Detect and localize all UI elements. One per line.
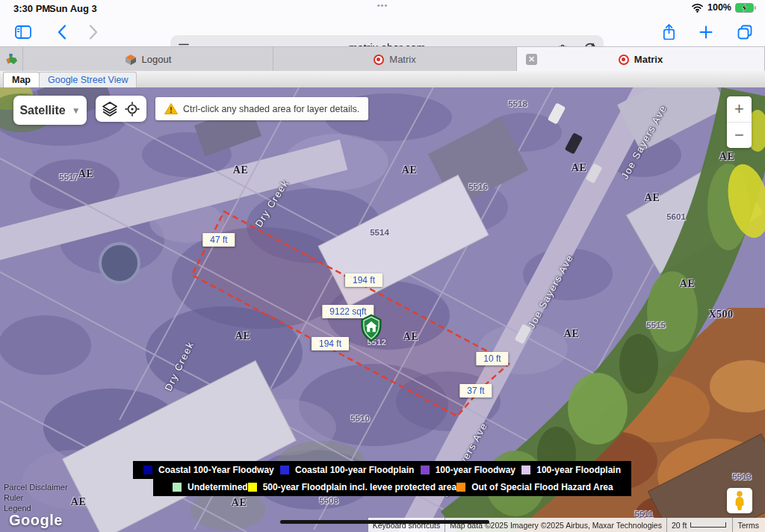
- cube-icon: [125, 54, 137, 66]
- parcel-disclaimer-link[interactable]: Parcel Disclaimer: [4, 483, 68, 492]
- tab-logout[interactable]: Logout: [23, 47, 273, 72]
- map-scale: 20 ft: [672, 521, 728, 530]
- notice-text: Ctrl-click any shaded area for layer det…: [183, 104, 359, 114]
- legend-swatch: [421, 466, 430, 474]
- legend-swatch: [456, 483, 465, 492]
- tab-strip: Logout Matrix ✕ Matrix: [0, 46, 765, 72]
- street-view-pegman-button[interactable]: [727, 488, 752, 513]
- terms-link[interactable]: Terms: [737, 521, 765, 530]
- battery-icon: [735, 3, 756, 13]
- legend-label: Undetermined: [188, 482, 248, 492]
- crosshair-icon: [124, 101, 140, 117]
- warning-icon: [164, 102, 178, 115]
- chevron-down-icon: ▼: [72, 105, 81, 116]
- scale-label: 20 ft: [672, 521, 687, 530]
- horizontal-scrollbar[interactable]: [280, 520, 489, 524]
- zoom-control: + −: [727, 96, 752, 148]
- property-marker[interactable]: [359, 314, 383, 345]
- status-right-cluster: 100%: [691, 2, 756, 13]
- google-logo[interactable]: Google: [9, 512, 63, 529]
- legend-label: Coastal 100-year Floodplain: [295, 465, 414, 475]
- legend-swatch: [143, 466, 152, 474]
- map-type-label: Satellite: [19, 104, 65, 117]
- divider: [732, 518, 733, 532]
- legend-swatch: [173, 483, 182, 492]
- legend-item: Out of Special Flood Hazard Area: [456, 482, 613, 492]
- share-button[interactable]: [659, 22, 678, 42]
- ruler-link[interactable]: Ruler: [4, 493, 23, 502]
- flood-legend: Coastal 100-Year FloodwayCoastal 100-yea…: [133, 461, 631, 496]
- battery-percent: 100%: [707, 2, 731, 13]
- sidebar-button[interactable]: [13, 22, 33, 42]
- layers-icon: [102, 101, 118, 117]
- map-canvas[interactable]: Joe Sayers AveJoe Sayers AveJoe Sayers A…: [0, 87, 765, 532]
- legend-swatch: [248, 483, 257, 492]
- forward-button[interactable]: [84, 22, 103, 42]
- ipad-safari-screen: 3:30 PM Sun Aug 3 ••• 100% matrix.abor.c…: [0, 0, 765, 532]
- tab-label: Matrix: [634, 54, 663, 65]
- pegman-icon: [734, 491, 746, 510]
- texas-favicon: [0, 47, 23, 72]
- legend-item: 100-year Floodway: [421, 465, 515, 475]
- legend-label: 100-year Floodway: [436, 465, 515, 475]
- status-date: Sun Aug 3: [49, 3, 97, 14]
- legend-item: 500-year Floodplain incl. levee protecte…: [248, 482, 456, 492]
- matrix-target-icon: [374, 55, 384, 65]
- multitask-dots-icon: •••: [377, 1, 388, 10]
- back-button[interactable]: [52, 22, 72, 42]
- zoom-out-button[interactable]: −: [727, 123, 752, 148]
- tab-matrix-active[interactable]: ✕ Matrix: [517, 47, 765, 72]
- tab-map-view[interactable]: Map: [3, 72, 40, 88]
- texas-shape-icon: [5, 53, 18, 66]
- my-location-button[interactable]: [123, 100, 141, 118]
- status-bar: 3:30 PM Sun Aug 3 ••• 100%: [0, 0, 765, 16]
- legend-item: Undetermined: [173, 482, 248, 492]
- plus-icon: [699, 25, 713, 40]
- tabs-overview-button[interactable]: [735, 22, 755, 42]
- share-icon: [662, 23, 676, 41]
- layers-button[interactable]: [101, 100, 119, 118]
- scale-bar: [690, 522, 726, 528]
- sidebar-icon: [15, 25, 31, 39]
- legend-label: Out of Special Flood Hazard Area: [471, 482, 613, 492]
- map-tools-group: [96, 96, 146, 122]
- legend-swatch: [280, 466, 289, 474]
- legend-label: 100-year Floodplain: [536, 465, 621, 475]
- wifi-icon: [691, 3, 704, 13]
- safari-toolbar: matrix.abor.com: [0, 16, 765, 46]
- back-icon: [57, 24, 67, 40]
- layer-details-notice: Ctrl-click any shaded area for layer det…: [155, 97, 368, 120]
- legend-item: Coastal 100-year Floodplain: [280, 465, 414, 475]
- tabs-icon: [737, 24, 753, 40]
- status-time: 3:30 PM: [13, 3, 50, 14]
- map-type-dropdown[interactable]: Satellite ▼: [13, 96, 87, 125]
- zoom-in-button[interactable]: +: [727, 96, 752, 122]
- matrix-target-icon: [619, 55, 629, 65]
- forward-icon: [88, 24, 99, 40]
- view-switcher: Map Google Street View: [0, 71, 765, 88]
- tab-matrix-background[interactable]: Matrix: [273, 47, 517, 72]
- tab-label: Logout: [142, 54, 172, 65]
- legend-item: Coastal 100-Year Floodway: [143, 465, 274, 475]
- divider: [666, 518, 667, 532]
- house-shield-icon: [359, 314, 383, 342]
- new-tab-button[interactable]: [696, 22, 716, 42]
- legend-item: 100-year Floodplain: [521, 465, 621, 475]
- legend-row: Undetermined500-year Floodplain incl. le…: [153, 479, 631, 497]
- legend-label: Coastal 100-Year Floodway: [158, 465, 274, 475]
- legend-swatch: [521, 466, 530, 474]
- tab-google-street-view[interactable]: Google Street View: [39, 72, 137, 88]
- close-tab-icon[interactable]: ✕: [526, 54, 537, 65]
- tab-label: Matrix: [389, 54, 415, 65]
- legend-label: 500-year Floodplain incl. levee protecte…: [263, 482, 456, 492]
- legend-row: Coastal 100-Year FloodwayCoastal 100-yea…: [133, 461, 631, 479]
